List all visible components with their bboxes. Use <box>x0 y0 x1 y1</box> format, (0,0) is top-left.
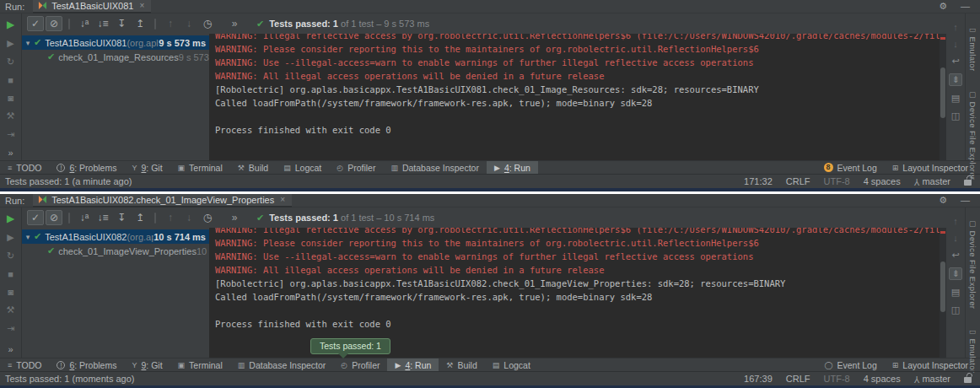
run-tab[interactable]: TestA1BasicUIX082.check_01_ImageView_Pro… <box>33 194 292 207</box>
git-branch-widget[interactable]: Y master <box>914 176 950 186</box>
bottom-right-button[interactable]: ◯ Event Log <box>824 358 876 372</box>
tool-window-button[interactable]: Y 9: Git <box>124 161 170 175</box>
console-toolbar-icon[interactable]: ◫ <box>951 110 960 121</box>
left-toolbar-icon[interactable]: » <box>8 344 13 354</box>
tool-window-button[interactable]: ▶ 4: Run <box>387 358 439 372</box>
test-toolbar-icon[interactable]: ↧ <box>113 210 130 225</box>
tool-window-button[interactable]: ▤ Logcat <box>485 358 538 372</box>
left-toolbar-icon[interactable]: ◙ <box>8 93 13 103</box>
hide-window-icon[interactable]: — <box>961 195 970 206</box>
hide-window-icon[interactable]: — <box>961 1 970 12</box>
console-toolbar-icon[interactable]: ↩ <box>951 250 959 261</box>
console-scrollbar[interactable] <box>940 228 946 358</box>
left-toolbar-icon[interactable]: ↻ <box>7 251 14 261</box>
tool-stripe-button[interactable]: ▭Emulator <box>968 25 977 72</box>
tool-window-button[interactable]: ▥ Database Inspector <box>230 358 334 372</box>
test-toolbar-icon[interactable] <box>68 19 70 30</box>
test-toolbar-icon[interactable] <box>68 213 70 224</box>
close-tab-icon[interactable]: × <box>280 195 285 204</box>
tool-window-button[interactable]: ▤ Logcat <box>276 161 329 175</box>
console-toolbar-icon[interactable]: ◫ <box>951 304 960 315</box>
test-toolbar-icon[interactable]: ⊘ <box>46 16 62 31</box>
tool-window-button[interactable]: ◴ Profiler <box>333 358 387 372</box>
test-toolbar-icon[interactable]: ↥ <box>132 16 148 31</box>
console-toolbar-icon[interactable]: ⇟ <box>949 267 961 280</box>
left-toolbar-icon[interactable]: ▶ <box>7 38 13 49</box>
tool-window-button[interactable]: ≡ TODO <box>0 358 49 372</box>
status-item[interactable]: 167:39 <box>744 374 773 384</box>
tool-stripe-button[interactable]: ▢Device File Explorer <box>968 219 977 309</box>
test-toolbar-icon[interactable]: ↓ᵃ <box>76 210 93 225</box>
test-toolbar-icon[interactable] <box>154 19 156 30</box>
console-toolbar-icon[interactable]: ↓ <box>953 39 958 49</box>
status-item[interactable]: CRLF <box>786 374 810 384</box>
console-toolbar-icon[interactable]: ↓ <box>953 233 958 243</box>
left-toolbar-icon[interactable]: ⇥ <box>7 323 14 334</box>
run-tab[interactable]: TestA1BasicUIX081 × <box>33 0 151 13</box>
status-item[interactable]: UTF-8 <box>824 176 850 186</box>
left-toolbar-icon[interactable]: ⚒ <box>7 304 15 315</box>
console-toolbar-icon[interactable]: ↑ <box>953 216 958 226</box>
tool-window-button[interactable]: ◴ Profiler <box>329 161 383 175</box>
chevron-down-icon[interactable]: ▾ <box>22 233 34 241</box>
test-tree-child-row[interactable]: ✔ check_01_Image_Resources 9 s 573 ms <box>22 50 209 64</box>
scrollbar-thumb[interactable] <box>940 67 945 118</box>
tool-window-button[interactable]: ⚒ Build <box>439 358 484 372</box>
tool-window-button[interactable]: ! 6: Problems <box>49 358 124 372</box>
left-toolbar-icon[interactable]: » <box>8 148 13 158</box>
test-toolbar-icon[interactable]: ✓ <box>27 210 44 225</box>
console-toolbar-icon[interactable]: ↩ <box>951 56 959 67</box>
settings-gear-icon[interactable]: ⚙ <box>939 1 947 12</box>
test-toolbar-icon[interactable]: ↓ᵃ <box>76 16 93 31</box>
console-toolbar-icon[interactable]: ▤ <box>951 93 960 104</box>
left-toolbar-icon[interactable]: ■ <box>8 269 13 279</box>
test-toolbar-icon[interactable]: ↥ <box>132 210 148 225</box>
test-tree-root-row[interactable]: ▾ ✔ TestA1BasicUIX081 (org.aplas.basica … <box>22 35 209 50</box>
test-toolbar-icon[interactable]: ✓ <box>27 16 44 31</box>
status-item[interactable]: 4 spaces <box>864 374 901 384</box>
settings-gear-icon[interactable]: ⚙ <box>939 195 947 206</box>
test-tree-child-row[interactable]: ✔ check_01_ImageView_Properties 10 s 714… <box>22 244 209 258</box>
left-toolbar-icon[interactable]: ■ <box>8 75 13 85</box>
test-toolbar-icon[interactable]: ↑ <box>162 210 179 225</box>
tool-window-button[interactable]: ▣ Terminal <box>170 358 230 372</box>
test-toolbar-icon[interactable]: ↓ <box>180 16 197 31</box>
unlock-icon[interactable] <box>964 377 972 383</box>
test-toolbar-icon[interactable]: ⊘ <box>46 210 62 225</box>
left-toolbar-icon[interactable]: ▶ <box>7 213 14 224</box>
scrollbar-thumb[interactable] <box>940 261 945 312</box>
test-toolbar-icon[interactable]: » <box>226 16 243 31</box>
bottom-right-button[interactable]: ⊞ Layout Inspector <box>892 358 968 372</box>
console-scrollbar[interactable] <box>940 34 946 160</box>
test-toolbar-icon[interactable]: ↓ <box>180 210 197 225</box>
console-toolbar-icon[interactable]: ▤ <box>951 287 960 298</box>
left-toolbar-icon[interactable]: ◙ <box>8 287 13 297</box>
test-toolbar-icon[interactable]: ◷ <box>199 16 216 31</box>
test-toolbar-icon[interactable] <box>154 213 156 224</box>
console-output[interactable]: WARNING: Illegal reflective access by or… <box>209 34 940 160</box>
test-toolbar-icon[interactable]: ↓≡ <box>94 210 111 225</box>
test-toolbar-icon[interactable]: ◷ <box>199 210 216 225</box>
status-item[interactable]: UTF-8 <box>824 374 850 384</box>
tool-window-button[interactable]: ▶ 4: Run <box>487 161 538 175</box>
console-toolbar-icon[interactable]: ↑ <box>953 22 958 32</box>
tool-window-button[interactable]: ≡ TODO <box>0 161 49 175</box>
left-toolbar-icon[interactable]: ⇥ <box>7 129 14 140</box>
chevron-down-icon[interactable]: ▾ <box>22 39 34 47</box>
bottom-right-button[interactable]: 8 Event Log <box>824 161 877 175</box>
unlock-icon[interactable] <box>964 180 972 186</box>
tool-window-button[interactable]: ! 6: Problems <box>49 161 124 175</box>
git-branch-widget[interactable]: Y master <box>914 374 950 384</box>
test-toolbar-icon[interactable]: ↧ <box>113 16 130 31</box>
tool-window-button[interactable]: Y 9: Git <box>124 358 170 372</box>
status-item[interactable]: 4 spaces <box>864 176 901 186</box>
left-toolbar-icon[interactable]: ▶ <box>7 19 14 30</box>
status-item[interactable]: 171:32 <box>744 176 773 186</box>
test-toolbar-icon[interactable]: » <box>226 210 243 225</box>
tool-window-button[interactable]: ⚒ Build <box>230 161 276 175</box>
left-toolbar-icon[interactable]: ↻ <box>7 57 14 67</box>
test-toolbar-icon[interactable]: ↑ <box>162 16 179 31</box>
tool-window-button[interactable]: ▥ Database Inspector <box>383 161 487 175</box>
console-toolbar-icon[interactable]: ⇟ <box>949 73 961 86</box>
close-tab-icon[interactable]: × <box>139 1 144 10</box>
